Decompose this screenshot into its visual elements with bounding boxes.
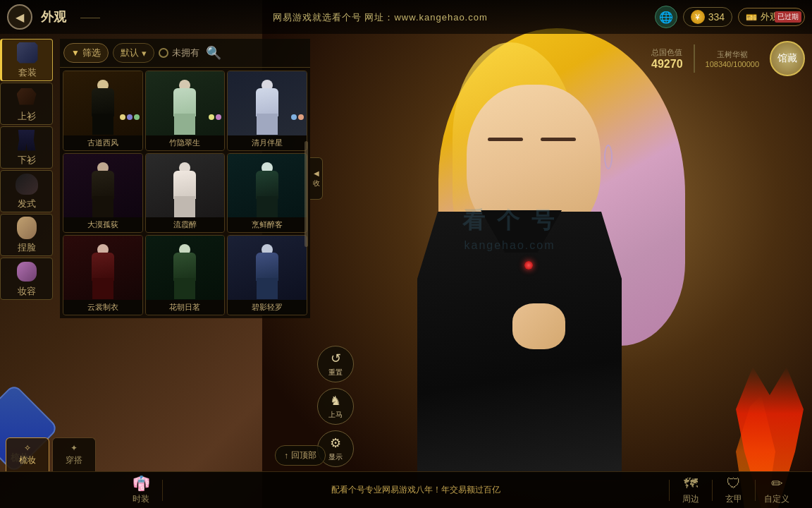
skin-pack-container: 🎫 外观券包 已过期 <box>738 8 805 26</box>
bottom-navigation-bar: 👘 时装 配看个号专业网易游戏八年！年交易额过百亿 🗺 周边 🛡 玄甲 ✏ 自定… <box>0 471 812 508</box>
suit-tab-icon <box>16 42 39 64</box>
grid-item-1[interactable]: 古道西风 <box>63 71 143 151</box>
nav-nearby[interactable]: 🗺 周边 <box>670 476 712 505</box>
item-label-1: 古道西风 <box>63 135 142 150</box>
return-top-label: 回顶部 <box>291 449 316 461</box>
filter-bar: ▼ 筛选 默认 ▾ 未拥有 🔍 <box>60 39 310 68</box>
top-tab-label: 上衫 <box>18 110 36 123</box>
collection-icon-button[interactable]: 馆藏 <box>770 41 805 76</box>
item-image-3 <box>228 71 307 135</box>
xuanjia-icon: 🛡 <box>727 476 741 492</box>
color-dot <box>120 114 125 120</box>
stats-panel: 总国色值 49270 玉树华裾 108340/100000 馆藏 <box>651 41 805 76</box>
mount-label: 上马 <box>328 410 343 420</box>
comb-tab-icon: ✧ <box>24 443 31 453</box>
char-earring <box>604 145 613 169</box>
nearby-label: 周边 <box>682 493 699 505</box>
item-label-3: 清月伴星 <box>228 135 307 150</box>
grid-item-4[interactable]: 大漠孤荻 <box>63 153 143 234</box>
category-tab-face[interactable]: 捏脸 <box>0 214 53 256</box>
custom-label: 自定义 <box>764 493 789 505</box>
nav-xuanjia[interactable]: 🛡 玄甲 <box>713 476 755 505</box>
color-dot <box>127 114 133 120</box>
item-label-7: 云裳制衣 <box>63 300 142 315</box>
watermark-line2: kangehao.com <box>462 239 557 252</box>
grid-item-6[interactable]: 烹鲜醉客 <box>227 153 307 234</box>
char-hand <box>512 303 565 349</box>
item-image-8 <box>146 236 225 300</box>
color-dot <box>209 114 214 120</box>
item-grid: 古道西风 竹隐翠生 <box>60 68 310 318</box>
watermark-line1: 看 个 号 <box>462 205 557 236</box>
mount-icon: ♞ <box>330 393 341 409</box>
wear-tab-icon: ✦ <box>70 443 78 453</box>
top-bar-center: 网易游戏就选看个号 网址：www.kangehao.com <box>106 11 655 24</box>
makeup-tab-icon <box>16 260 38 283</box>
hair-tab-label: 发式 <box>18 198 36 210</box>
category-tab-top[interactable]: 上衫 <box>0 83 53 125</box>
bottom-ad-text: 配看个号专业网易游戏八年！年交易额过百亿 <box>163 484 669 496</box>
collection-progress: 108340/100000 <box>706 60 759 68</box>
main-panel: ▼ 筛选 默认 ▾ 未拥有 🔍 <box>60 39 310 318</box>
grid-item-2[interactable]: 竹隐翠生 <box>145 71 226 151</box>
return-top-button[interactable]: ↑ 回顶部 <box>275 445 326 466</box>
makeup-tab-label: 妆容 <box>18 285 36 298</box>
grid-item-7[interactable]: 云裳制衣 <box>63 235 143 315</box>
item-image-6 <box>228 154 307 218</box>
xuanjia-label: 玄甲 <box>725 493 742 505</box>
wear-tab[interactable]: ✦ 穿搭 <box>52 437 96 471</box>
expired-badge: 已过期 <box>775 11 801 23</box>
back-button[interactable]: ◀ <box>7 4 32 30</box>
globe-icon: 🌐 <box>659 11 673 24</box>
top-navigation-bar: ◀ 外观 —— 网易游戏就选看个号 网址：www.kangehao.com 🌐 … <box>0 0 812 34</box>
currency-display[interactable]: ¥ 334 <box>683 7 732 27</box>
face-tab-label: 捏脸 <box>18 241 36 254</box>
comb-tab[interactable]: ✧ 梳妆 <box>6 437 49 471</box>
category-tab-bottom[interactable]: 下衫 <box>0 126 53 169</box>
bottom-tab-label: 下衫 <box>18 154 36 167</box>
search-button[interactable]: 🔍 <box>204 43 223 63</box>
item-image-2 <box>146 71 225 135</box>
title-separator: —— <box>80 11 100 23</box>
nav-custom[interactable]: ✏ 自定义 <box>756 475 798 505</box>
display-label: 显示 <box>328 452 343 462</box>
total-color-label: 总国色值 <box>651 47 683 58</box>
ad-text: 网易游戏就选看个号 网址：www.kangehao.com <box>273 12 488 23</box>
return-top-icon: ↑ <box>284 451 288 461</box>
mount-button[interactable]: ♞ 上马 <box>317 388 354 425</box>
wear-tab-label: 穿搭 <box>66 454 82 466</box>
sort-dropdown[interactable]: 默认 ▾ <box>113 43 154 63</box>
scroll-indicator[interactable] <box>304 141 308 247</box>
back-icon: ◀ <box>16 11 24 24</box>
filter-not-owned[interactable]: 未拥有 <box>159 47 199 59</box>
collapse-icon: ◀ <box>314 169 319 177</box>
reset-icon: ↺ <box>331 351 341 366</box>
grid-item-5[interactable]: 流霞醉 <box>145 153 226 234</box>
collapse-panel-button[interactable]: ◀ 收 <box>310 157 323 200</box>
category-tab-suit[interactable]: 套装 <box>0 39 53 81</box>
sort-label: 默认 <box>121 47 139 59</box>
total-color-value: 49270 <box>651 58 683 71</box>
globe-button[interactable]: 🌐 <box>655 6 677 28</box>
reset-button[interactable]: ↺ 重置 <box>317 346 354 382</box>
item-label-2: 竹隐翠生 <box>146 135 225 150</box>
filter-button[interactable]: ▼ 筛选 <box>63 43 109 63</box>
grid-item-9[interactable]: 碧影轻罗 <box>227 235 307 315</box>
category-tab-makeup[interactable]: 妆容 <box>0 258 53 300</box>
not-owned-label: 未拥有 <box>172 47 199 59</box>
suit-tab-label: 套装 <box>18 66 37 79</box>
item-image-7 <box>63 236 142 300</box>
bottom-left-tabs: ✧ 梳妆 ✦ 穿搭 <box>0 437 96 471</box>
total-color-stat: 总国色值 49270 <box>651 47 683 71</box>
item-image-4 <box>63 154 142 218</box>
grid-item-8[interactable]: 花朝日茗 <box>145 235 226 315</box>
nav-fashion[interactable]: 👘 时装 <box>120 475 162 505</box>
top-bar-right: 🌐 ¥ 334 🎫 外观券包 已过期 <box>655 6 805 28</box>
custom-icon: ✏ <box>771 475 783 492</box>
item-label-4: 大漠孤荻 <box>63 217 142 232</box>
color-dot <box>216 114 221 120</box>
grid-item-3[interactable]: 清月伴星 <box>227 71 307 151</box>
category-tab-hair[interactable]: 发式 <box>0 170 53 212</box>
color-dot <box>298 114 304 120</box>
color-dots-2 <box>209 114 221 120</box>
